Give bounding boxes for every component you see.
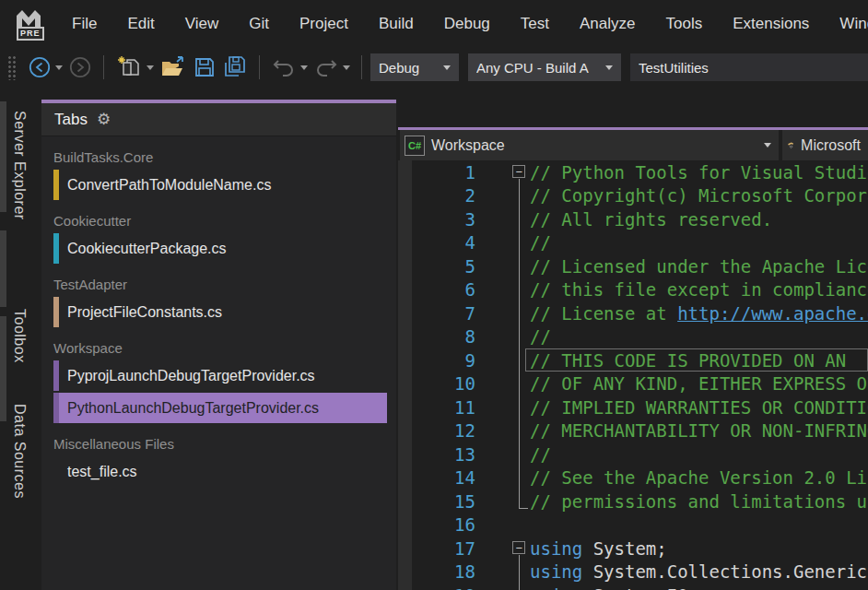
toolbar-separator: [361, 55, 362, 79]
code-line[interactable]: 8//: [398, 325, 868, 349]
toolbar-drag-grip[interactable]: [7, 55, 18, 80]
tool-tab-server-explorer[interactable]: Server Explorer: [11, 111, 28, 220]
menu-item-debug[interactable]: Debug: [444, 15, 490, 33]
tab-item-pyprojlaunchdebugtargetprovidercs[interactable]: PyprojLaunchDebugTargetProvider.cs: [53, 360, 387, 391]
code-line[interactable]: 18using System.Collections.Generic;: [398, 560, 868, 584]
solution-platform-combo[interactable]: Any CPU - Build A: [468, 53, 621, 81]
menu-item-view[interactable]: View: [185, 15, 219, 33]
menu-bar: PRE FileEditViewGitProjectBuildDebugTest…: [0, 0, 868, 48]
menu-item-edit[interactable]: Edit: [127, 15, 154, 33]
document-tab-workspace[interactable]: C# Workspace: [400, 130, 779, 160]
gear-icon[interactable]: ⚙: [97, 110, 111, 129]
new-file-button[interactable]: [115, 54, 154, 80]
code-line[interactable]: 14// See the Apache Version 2.0 License …: [398, 466, 868, 490]
new-file-dropdown-caret[interactable]: [147, 65, 154, 70]
code-line[interactable]: 11// IMPLIED WARRANTIES OR CONDITIONS OF…: [398, 395, 868, 419]
code-comment: // MERCHANTABILITY OR NON-INFRINGEMENT.: [530, 420, 868, 441]
code-text: // Python Tools for Visual Studio: [530, 162, 868, 183]
code-comment: //: [530, 326, 551, 347]
undo-icon: [271, 55, 297, 79]
code-line[interactable]: 19using System.IO;: [398, 584, 868, 590]
document-tab-strip: C# Workspace Microsoft: [400, 130, 868, 160]
line-number: 12: [398, 420, 475, 441]
tab-item-cookiecutterpackagecs[interactable]: CookiecutterPackage.cs: [53, 233, 387, 264]
menu-item-extensions[interactable]: Extensions: [733, 15, 809, 33]
menu-item-build[interactable]: Build: [379, 15, 414, 33]
menu-item-git[interactable]: Git: [249, 15, 269, 33]
tab-item-label: CookiecutterPackage.cs: [67, 241, 227, 257]
navigate-back-button[interactable]: [28, 55, 63, 79]
save-button[interactable]: [193, 55, 217, 79]
outlining-collapse-button[interactable]: −: [512, 165, 525, 178]
menu-item-file[interactable]: File: [72, 15, 97, 33]
code-line[interactable]: 5// Licensed under the Apache License, V…: [398, 254, 868, 278]
document-tab-microsoft[interactable]: Microsoft: [782, 130, 868, 160]
code-line[interactable]: 13//: [398, 442, 868, 466]
code-line[interactable]: 12// MERCHANTABILITY OR NON-INFRINGEMENT…: [398, 419, 868, 443]
outlining-guide-line: [519, 555, 520, 590]
menu-item-tools[interactable]: Tools: [666, 15, 703, 33]
code-line[interactable]: 7// License at http://www.apache.org/lic…: [398, 301, 868, 325]
code-line[interactable]: 16: [398, 513, 868, 537]
code-text: // OF ANY KIND, EITHER EXPRESS OR IMPLIE…: [530, 373, 868, 394]
outlining-collapse-button[interactable]: −: [512, 541, 525, 554]
code-line[interactable]: 15// permissions and limitations under t…: [398, 490, 868, 513]
open-file-button[interactable]: [159, 54, 187, 80]
document-tab-label: Microsoft: [801, 137, 861, 154]
code-text: // permissions and limitations under the…: [530, 491, 868, 512]
code-line[interactable]: 1// Python Tools for Visual Studio: [398, 160, 868, 184]
line-number: 6: [398, 279, 475, 300]
code-line[interactable]: 2// Copyright(c) Microsoft Corporation: [398, 184, 868, 208]
menu-item-project[interactable]: Project: [299, 15, 348, 33]
back-dropdown-caret[interactable]: [55, 65, 63, 70]
save-all-button[interactable]: [222, 55, 248, 79]
code-editor[interactable]: 1// Python Tools for Visual Studio2// Co…: [398, 160, 868, 590]
tab-group-header-testadapter: TestAdapter: [53, 275, 396, 295]
code-line[interactable]: 3// All rights reserved.: [398, 207, 868, 231]
code-text: using System.IO;: [530, 585, 698, 590]
code-line[interactable]: 10// OF ANY KIND, EITHER EXPRESS OR IMPL…: [398, 372, 868, 396]
code-line[interactable]: 17using System;: [398, 537, 868, 560]
startup-project-combo[interactable]: TestUtilities: [630, 53, 868, 81]
main-toolbar: Debug Any CPU - Build A TestUtilities: [0, 48, 868, 87]
main-area: Server ExplorerToolboxData Sources Tabs …: [0, 87, 868, 590]
code-plain: System.IO;: [582, 585, 698, 590]
code-keyword: using: [530, 538, 582, 559]
menu-item-analyze[interactable]: Analyze: [580, 15, 635, 33]
tab-group-header-workspace: Workspace: [53, 338, 396, 359]
tab-item-projectfileconstantscs[interactable]: ProjectFileConstants.cs: [53, 297, 387, 327]
menu-item-test[interactable]: Test: [521, 15, 549, 33]
line-number: 7: [398, 303, 475, 324]
code-link[interactable]: http://www.apache.org/licenses/LICENSE-2…: [677, 303, 868, 324]
undo-dropdown-caret[interactable]: [300, 65, 308, 70]
code-line[interactable]: 6// this file except in compliance with …: [398, 278, 868, 302]
code-comment: // OF ANY KIND, EITHER EXPRESS OR IMPLIE…: [530, 373, 868, 394]
editor-area: C# Workspace Microsoft 1// Py: [398, 87, 868, 590]
tabs-list: BuildTasks.CoreConvertPathToModuleName.c…: [41, 136, 396, 590]
menu-item-window[interactable]: Window: [839, 15, 868, 33]
redo-button[interactable]: [313, 55, 350, 79]
code-text: // this file except in compliance with t…: [530, 279, 868, 300]
code-text: //: [530, 232, 551, 253]
navigate-forward-button[interactable]: [68, 55, 92, 79]
platform-value: Any CPU - Build A: [476, 60, 589, 76]
tab-group-header-cookiecutter: Cookiecutter: [53, 211, 396, 231]
code-line[interactable]: 4//: [398, 231, 868, 255]
code-text: // Copyright(c) Microsoft Corporation: [530, 185, 868, 206]
redo-dropdown-caret[interactable]: [343, 65, 350, 70]
tab-item-convertpathtomodulenamecs[interactable]: ConvertPathToModuleName.cs: [53, 170, 387, 200]
code-text: // All rights reserved.: [530, 209, 772, 230]
file-color-bar: [53, 360, 59, 391]
tab-dropdown-caret[interactable]: [764, 143, 771, 148]
outlining-guide-corner: [519, 508, 528, 509]
undo-button[interactable]: [271, 55, 308, 79]
tab-item-testfilecs[interactable]: test_file.cs: [53, 456, 387, 487]
tab-item-label: PythonLaunchDebugTargetProvider.cs: [67, 400, 319, 417]
tab-item-pythonlaunchdebugtargetprovidercs[interactable]: PythonLaunchDebugTargetProvider.cs: [53, 393, 387, 423]
tool-tab-data-sources[interactable]: Data Sources: [11, 404, 28, 499]
tool-tab-toolbox[interactable]: Toolbox: [11, 309, 28, 363]
line-number: 18: [398, 561, 475, 582]
tabs-panel-header: Tabs ⚙: [41, 103, 396, 136]
solution-configuration-combo[interactable]: Debug: [370, 53, 459, 81]
code-keyword: using: [530, 561, 582, 582]
